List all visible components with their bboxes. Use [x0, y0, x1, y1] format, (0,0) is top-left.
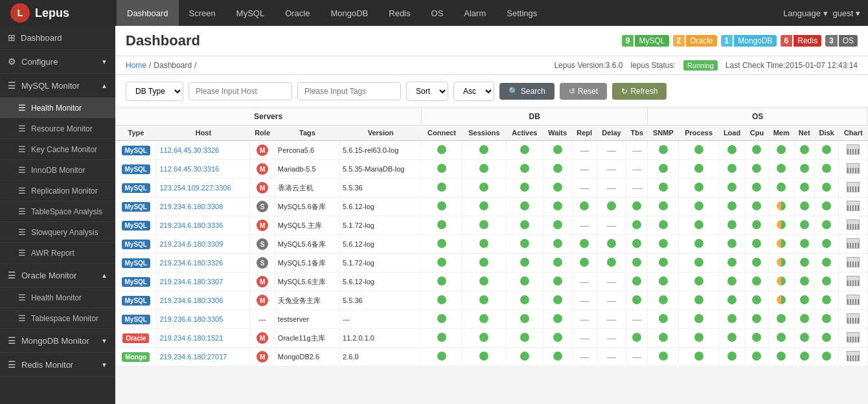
- chart-icon[interactable]: [847, 313, 860, 324]
- chart-icon[interactable]: [847, 257, 860, 267]
- nav-user[interactable]: guest ▾: [833, 8, 860, 18]
- cell-waits: [543, 160, 572, 179]
- cell-host[interactable]: 219.236.6.180:3305: [157, 310, 250, 329]
- chart-icon[interactable]: [847, 144, 860, 155]
- host-input[interactable]: [188, 82, 292, 100]
- sidebar-section-configure[interactable]: ⚙ Configure ▼: [0, 50, 115, 74]
- sidebar-item-health-monitor[interactable]: ☰ Health Monitor: [0, 98, 115, 118]
- cell-snmp: [648, 216, 679, 235]
- sidebar-item-tablespace-monitor[interactable]: ☰ Tablespace Monitor: [0, 308, 115, 329]
- status-dot-green: [632, 201, 641, 210]
- chart-icon[interactable]: [847, 219, 860, 230]
- oracle-health-label: Health Monitor: [31, 293, 82, 302]
- nav-oracle[interactable]: Oracle: [275, 0, 320, 26]
- cell-host[interactable]: 112.64.45.30:3316: [157, 160, 250, 179]
- nav-screen[interactable]: Screen: [179, 0, 226, 26]
- cell-chart[interactable]: [839, 179, 868, 197]
- cell-waits: [543, 216, 572, 235]
- status-dot-green: [727, 352, 737, 361]
- cell-sessions: [462, 254, 506, 273]
- sidebar-section-mongodb[interactable]: ☰ MongoDB Monitor ▼: [0, 329, 115, 353]
- chart-icon[interactable]: [847, 163, 860, 174]
- sidebar-item-slowquery-analysis[interactable]: ☰ Slowquery Analysis: [0, 222, 115, 243]
- sidebar-item-awr-report[interactable]: ☰ AWR Report: [0, 243, 115, 264]
- status-dot-dash: —: [632, 183, 641, 193]
- nav-settings[interactable]: Settings: [496, 0, 547, 26]
- dbtype-select[interactable]: DB Type: [126, 82, 183, 101]
- cell-version: 5.5.36: [340, 291, 422, 310]
- col-process: Process: [679, 126, 718, 141]
- cell-chart[interactable]: [839, 235, 868, 254]
- cell-host[interactable]: 219.234.6.180:3336: [157, 216, 250, 235]
- sidebar-item-replication-monitor[interactable]: ☰ Replication Monitor: [0, 181, 115, 201]
- cell-host[interactable]: 219.234.6.180:3309: [157, 235, 250, 254]
- cell-host[interactable]: 219.234.6.180:1521: [157, 329, 250, 348]
- status-dot-green: [607, 239, 616, 248]
- col-snmp: SNMP: [648, 126, 679, 141]
- breadcrumb-home[interactable]: Home: [126, 61, 146, 70]
- cell-chart[interactable]: [839, 140, 868, 160]
- cell-net: [794, 140, 814, 160]
- sort-select[interactable]: Sort: [406, 82, 448, 101]
- cell-chart[interactable]: [839, 216, 868, 235]
- cell-host[interactable]: 219.234.6.180:27017: [157, 348, 250, 366]
- cell-chart[interactable]: [839, 160, 868, 179]
- sidebar-item-innodb-monitor[interactable]: ☰ InnoDB Monitor: [0, 160, 115, 181]
- search-button[interactable]: 🔍 Search: [499, 83, 554, 100]
- sidebar-section-mysql[interactable]: ☰ MySQL Monitor ▲: [0, 74, 115, 98]
- nav-redis[interactable]: Redis: [378, 0, 420, 26]
- cell-host[interactable]: 219.234.6.180:3307: [157, 273, 250, 291]
- nav-dashboard[interactable]: Dashboard: [117, 0, 179, 26]
- chart-icon[interactable]: [847, 351, 860, 361]
- cell-host[interactable]: 219.234.6.180:3308: [157, 197, 250, 216]
- cell-load: [718, 160, 745, 179]
- cell-host[interactable]: 219.234.6.180:3326: [157, 254, 250, 273]
- chart-icon[interactable]: [847, 238, 860, 249]
- sidebar-item-resource-monitor[interactable]: ☰ Resource Monitor: [0, 118, 115, 139]
- health-monitor-label: Health Monitor: [31, 104, 82, 113]
- sidebar-item-dashboard[interactable]: ⊞ Dashboard: [0, 26, 115, 50]
- sidebar-section-redis[interactable]: ☰ Redis Monitor ▼: [0, 353, 115, 377]
- cell-host[interactable]: 112.64.45.30:3326: [157, 140, 250, 160]
- reset-button[interactable]: ↺ Reset: [560, 83, 607, 100]
- order-select[interactable]: Asc: [453, 82, 494, 101]
- sidebar-section-oracle[interactable]: ☰ Oracle Monitor ▲: [0, 264, 115, 287]
- cell-chart[interactable]: [839, 254, 868, 273]
- nav-alarm[interactable]: Alarm: [453, 0, 496, 26]
- cell-chart[interactable]: [839, 273, 868, 291]
- nav-language[interactable]: Language ▾: [783, 8, 827, 18]
- resource-monitor-label: Resource Monitor: [31, 124, 93, 133]
- nav-mysql[interactable]: MySQL: [226, 0, 275, 26]
- status-dot-green: [553, 258, 562, 267]
- cell-chart[interactable]: [839, 310, 868, 329]
- cell-snmp: [648, 291, 679, 310]
- sidebar-item-tablespace-analysis[interactable]: ☰ TableSpace Analysis: [0, 201, 115, 222]
- cell-host[interactable]: 123.254.109.227:3306: [157, 179, 250, 197]
- nav-mongodb[interactable]: MongoDB: [320, 0, 378, 26]
- cell-tbs: [626, 216, 648, 235]
- sidebar-item-oracle-health[interactable]: ☰ Health Monitor: [0, 287, 115, 308]
- role-master: M: [257, 351, 268, 363]
- cell-chart[interactable]: [839, 329, 868, 348]
- chart-icon[interactable]: [847, 332, 860, 342]
- cell-chart[interactable]: [839, 197, 868, 216]
- cell-version: ---: [340, 310, 422, 329]
- chart-icon[interactable]: [847, 201, 860, 211]
- cell-host[interactable]: 219.234.6.180:3306: [157, 291, 250, 310]
- status-dot-green: [822, 314, 831, 323]
- nav-os[interactable]: OS: [421, 0, 454, 26]
- status-dot-green: [479, 276, 488, 286]
- chart-icon[interactable]: [847, 295, 860, 305]
- chart-icon[interactable]: [847, 182, 860, 192]
- refresh-button[interactable]: ↻ Refresh: [612, 83, 667, 100]
- status-dot-green: [752, 314, 761, 323]
- cell-chart[interactable]: [839, 348, 868, 366]
- tags-input[interactable]: [297, 82, 401, 100]
- sidebar-item-key-cache-monitor[interactable]: ☰ Key Cache Monitor: [0, 139, 115, 160]
- cell-disk: [814, 235, 839, 254]
- cell-chart[interactable]: [839, 291, 868, 310]
- cell-role: M: [250, 291, 275, 310]
- status-dot-dash: —: [580, 145, 589, 155]
- cell-role: S: [250, 197, 275, 216]
- chart-icon[interactable]: [847, 276, 860, 286]
